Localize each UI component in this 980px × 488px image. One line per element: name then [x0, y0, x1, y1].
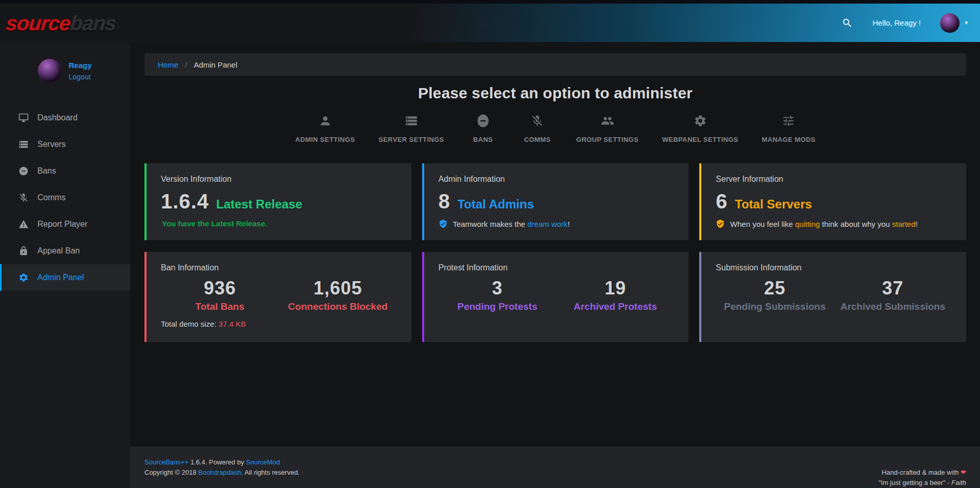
server-note: When you feel like quitting think about …	[716, 219, 952, 228]
total-servers-value: 6	[716, 190, 727, 213]
option-webpanel-settings[interactable]: WEBPANEL SETTINGS	[662, 113, 738, 143]
sidebar-item-dashboard[interactable]: Dashboard	[0, 104, 130, 131]
sidebar-item-label: Appeal Ban	[37, 246, 80, 256]
total-admins-label: Total Admins	[457, 197, 534, 211]
sourcemod-link[interactable]: SourceMod	[246, 458, 280, 466]
sidebar-item-label: Dashboard	[37, 113, 77, 122]
sliders-icon	[782, 113, 795, 129]
sidebar-profile: Reagy Logout	[0, 42, 130, 91]
card-title: Version Information	[161, 175, 397, 184]
stat-label: Pending Protests	[439, 301, 556, 312]
stat-value: 3	[439, 278, 556, 299]
ban-info-card: Ban Information 936 Total Bans 1,605 Con…	[144, 252, 411, 342]
search-icon[interactable]	[842, 17, 853, 29]
total-bans-stat: 936 Total Bans	[161, 278, 279, 312]
dashboard-icon	[18, 113, 29, 123]
lock-icon	[18, 246, 29, 256]
stat-value: 1,605	[279, 278, 397, 299]
stat-label: Archived Protests	[556, 301, 674, 312]
profile-name-link[interactable]: Reagy	[69, 61, 92, 70]
protest-info-card: Protest Information 3 Pending Protests 1…	[422, 252, 689, 342]
version-number: 1.6.4	[161, 190, 209, 213]
option-admin-settings[interactable]: ADMIN SETTINGS	[295, 113, 355, 143]
logo-text-source: source	[5, 12, 72, 34]
servers-icon	[18, 139, 29, 150]
info-cards-grid: Version Information 1.6.4 Latest Release…	[144, 163, 966, 342]
breadcrumb-separator: /	[185, 60, 187, 69]
mic-off-icon	[531, 113, 544, 129]
gear-icon	[694, 113, 707, 129]
sidebar-nav: Dashboard Servers Bans Comms Report Play…	[0, 104, 130, 291]
warning-icon	[18, 219, 29, 229]
main-content: Home / Admin Panel Please select an opti…	[130, 42, 980, 447]
note-highlight: dream work	[528, 220, 568, 228]
user-menu[interactable]: ▾	[940, 13, 968, 33]
servers-icon	[405, 113, 418, 129]
sidebar-item-bans[interactable]: Bans	[0, 158, 130, 184]
option-label: GROUP SETTINGS	[576, 136, 639, 143]
option-label: WEBPANEL SETTINGS	[662, 136, 738, 143]
gear-icon	[18, 272, 29, 283]
breadcrumb-current: Admin Panel	[194, 60, 237, 69]
option-label: BANS	[473, 136, 493, 143]
option-label: MANAGE MODS	[762, 136, 816, 143]
total-admins-value: 8	[439, 190, 450, 213]
pending-protests-stat: 3 Pending Protests	[439, 278, 556, 312]
option-group-settings[interactable]: GROUP SETTINGS	[576, 113, 639, 143]
shield-check-icon	[439, 219, 448, 228]
version-note: You have the Latest Release.	[161, 219, 397, 228]
user-avatar	[940, 13, 960, 33]
option-bans[interactable]: BANS	[468, 113, 498, 143]
logout-link[interactable]: Logout	[69, 73, 92, 81]
sidebar-item-servers[interactable]: Servers	[0, 131, 130, 158]
option-server-settings[interactable]: SERVER SETTINGS	[379, 113, 444, 143]
option-comms[interactable]: COMMS	[522, 113, 553, 143]
stat-value: 25	[716, 278, 833, 299]
option-label: COMMS	[524, 136, 551, 143]
logo-text-bans: bans	[69, 12, 117, 34]
breadcrumb-home-link[interactable]: Home	[158, 60, 178, 69]
sidebar-item-label: Servers	[37, 140, 66, 149]
ban-circle-icon	[18, 166, 29, 176]
sidebar-item-appeal-ban[interactable]: Appeal Ban	[0, 238, 130, 264]
chevron-down-icon: ▾	[965, 19, 968, 26]
mic-off-icon	[18, 193, 29, 203]
sidebar-item-report-player[interactable]: Report Player	[0, 211, 130, 238]
stat-value: 936	[161, 278, 279, 299]
demo-size-line: Total demo size: 37.4 KB	[161, 320, 397, 328]
stat-value: 19	[556, 278, 674, 299]
sidebar-item-admin-panel[interactable]: Admin Panel	[0, 264, 130, 291]
option-label: ADMIN SETTINGS	[295, 136, 355, 143]
page-title: Please select an option to administer	[144, 84, 966, 102]
window-top-strip	[0, 0, 980, 4]
sourcebans-link[interactable]: SourceBans++	[144, 458, 189, 466]
demo-size-value: 37.4 KB	[219, 320, 246, 328]
archived-submissions-stat: 37 Archived Submissions	[834, 278, 952, 312]
sidebar-item-label: Admin Panel	[37, 273, 84, 282]
note-highlight: started	[892, 220, 915, 228]
top-navbar: sourcebans Hello, Reagy ! ▾	[0, 4, 980, 42]
version-status-label: Latest Release	[216, 197, 302, 211]
footer-right: Hand-crafted & made with ❤ "Im just gett…	[879, 468, 966, 488]
breadcrumb: Home / Admin Panel	[144, 53, 966, 76]
stat-label: Archived Submissions	[834, 301, 952, 312]
ban-circle-icon	[476, 113, 490, 129]
page-footer: SourceBans++ 1.6.4. Powered by SourceMod…	[130, 447, 980, 488]
admin-note: Teamwork makes the dream work!	[439, 219, 675, 228]
sourcebans-logo[interactable]: sourcebans	[5, 13, 117, 33]
bootstrapdash-link[interactable]: Bootstrapdash	[198, 469, 241, 476]
card-title: Ban Information	[161, 263, 397, 272]
faith-credit: Faith	[951, 479, 966, 486]
server-info-card: Server Information 6 Total Servers When …	[699, 163, 966, 240]
option-label: SERVER SETTINGS	[379, 136, 444, 143]
sidebar-item-label: Bans	[37, 166, 56, 176]
card-title: Protest Information	[439, 263, 675, 272]
card-title: Server Information	[716, 175, 952, 184]
person-icon	[319, 113, 332, 129]
sidebar-item-comms[interactable]: Comms	[0, 184, 130, 211]
profile-avatar	[38, 59, 61, 82]
stat-label: Pending Submissions	[716, 301, 833, 312]
shield-check-icon	[716, 219, 725, 228]
option-manage-mods[interactable]: MANAGE MODS	[762, 113, 816, 143]
admin-options-row: ADMIN SETTINGS SERVER SETTINGS BANS COMM…	[144, 113, 966, 143]
